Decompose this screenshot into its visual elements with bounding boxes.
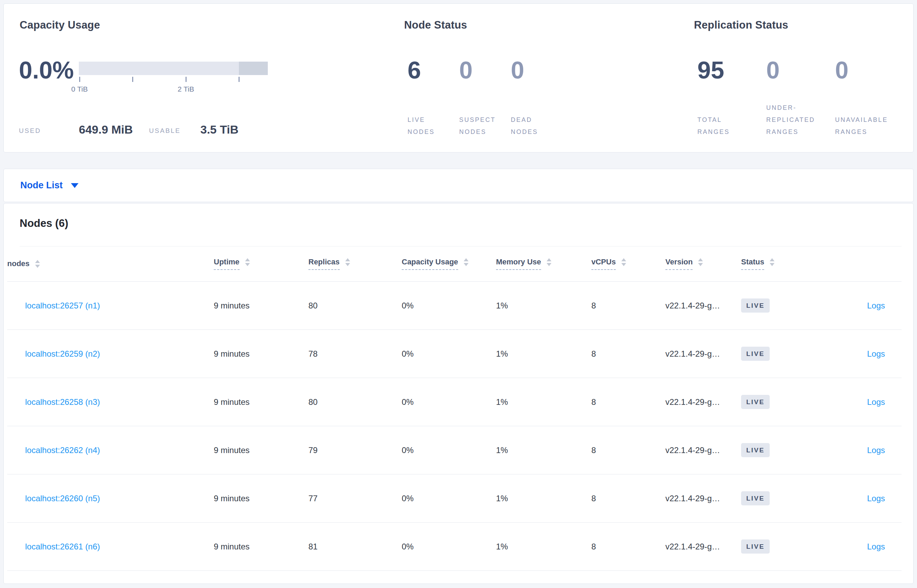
logs-link[interactable]: Logs <box>867 349 885 359</box>
stat-label: UNAVAILABLE RANGES <box>835 114 893 138</box>
column-header-label: Capacity Usage <box>402 257 458 270</box>
node-link[interactable]: localhost:26261 (n6) <box>25 542 100 551</box>
table-body: localhost:26257 (n1) 9 minutes 80 0% 1% … <box>7 282 901 571</box>
table-row: localhost:26257 (n1) 9 minutes 80 0% 1% … <box>7 282 901 330</box>
column-header-label: Replicas <box>308 257 340 270</box>
sort-up-icon <box>35 260 40 263</box>
logs-link[interactable]: Logs <box>867 446 885 455</box>
uptime-cell: 9 minutes <box>214 301 308 310</box>
logs-link[interactable]: Logs <box>867 397 885 407</box>
stat-label: DEAD NODES <box>511 114 553 138</box>
version-cell: v22.1.4-29-g… <box>665 397 741 407</box>
status-badge: LIVE <box>741 491 770 506</box>
column-header[interactable]: Version <box>665 257 741 270</box>
memory-use-cell: 1% <box>496 446 591 455</box>
logs-link[interactable]: Logs <box>867 494 885 503</box>
capacity-usage-cell: 0% <box>402 301 496 310</box>
replicas-cell: 81 <box>308 542 402 551</box>
view-selector-bar: Node List <box>3 169 914 202</box>
capacity-bar-end-segment <box>239 61 268 75</box>
node-list-dropdown[interactable]: Node List <box>20 169 79 202</box>
memory-use-cell: 1% <box>496 542 591 551</box>
usable-label: USABLE <box>149 127 181 135</box>
cluster-summary-panel: Capacity Usage 0.0% 0 TiB 2 TiB <box>3 3 914 152</box>
sort-down-icon <box>770 263 775 266</box>
vcpus-cell: 8 <box>591 349 665 359</box>
column-header[interactable]: Uptime <box>214 257 308 270</box>
column-header-label: Memory Use <box>496 257 541 270</box>
vcpus-cell: 8 <box>591 494 665 503</box>
tick-mark-icon <box>79 77 80 82</box>
usable-value: 3.5 TiB <box>200 123 239 136</box>
node-link[interactable]: localhost:26259 (n2) <box>25 349 100 359</box>
status-badge: LIVE <box>741 395 770 409</box>
table-row: localhost:26259 (n2) 9 minutes 78 0% 1% … <box>7 330 901 378</box>
table-header-row: nodes Uptime <box>7 246 901 282</box>
capacity-usage-title: Capacity Usage <box>19 19 100 31</box>
sort-up-icon <box>245 258 250 261</box>
column-header-label: Version <box>665 257 693 270</box>
sort-up-icon <box>698 258 703 261</box>
sort-down-icon <box>35 265 40 268</box>
sort-icon <box>35 260 40 268</box>
memory-use-cell: 1% <box>496 301 591 310</box>
capacity-used-percent: 0.0% <box>19 58 74 82</box>
node-link[interactable]: localhost:26258 (n3) <box>25 397 100 407</box>
logs-link[interactable]: Logs <box>867 301 885 310</box>
uptime-cell: 9 minutes <box>214 397 308 407</box>
vcpus-cell: 8 <box>591 542 665 551</box>
sort-down-icon <box>464 263 468 266</box>
tick-mark-icon <box>186 77 187 82</box>
sort-down-icon <box>345 263 350 266</box>
memory-use-cell: 1% <box>496 349 591 359</box>
sort-down-icon <box>547 263 551 266</box>
column-header[interactable]: Memory Use <box>496 257 591 270</box>
sort-down-icon <box>698 263 703 266</box>
vcpus-cell: 8 <box>591 301 665 310</box>
capacity-axis: 0 TiB 2 TiB <box>79 77 268 97</box>
logs-link[interactable]: Logs <box>867 542 885 551</box>
table-row: localhost:26260 (n5) 9 minutes 77 0% 1% … <box>7 474 901 523</box>
stat-value: 95 <box>697 58 724 82</box>
stat-value: 0 <box>766 58 780 82</box>
stat-value: 0 <box>835 58 849 82</box>
uptime-cell: 9 minutes <box>214 446 308 455</box>
node-status-stats: 6 LIVE NODES 0 SUSPECT NODES 0 DEAD NODE… <box>404 4 559 152</box>
sort-up-icon <box>621 258 626 261</box>
stat-column: 0 UNAVAILABLE RANGES <box>831 4 901 152</box>
uptime-cell: 9 minutes <box>214 349 308 359</box>
uptime-cell: 9 minutes <box>214 542 308 551</box>
column-header-label: nodes <box>7 259 30 268</box>
stat-column: 0 SUSPECT NODES <box>456 4 507 152</box>
node-link[interactable]: localhost:26262 (n4) <box>25 446 100 455</box>
replicas-cell: 80 <box>308 301 402 310</box>
replicas-cell: 79 <box>308 446 402 455</box>
stat-label: TOTAL RANGES <box>697 114 755 138</box>
node-list-dropdown-label: Node List <box>20 180 63 191</box>
sort-icon <box>621 258 626 266</box>
column-header[interactable]: nodes <box>7 259 214 268</box>
stat-column: 0 DEAD NODES <box>507 4 559 152</box>
column-header[interactable]: Replicas <box>308 257 402 270</box>
column-header-label: Status <box>741 257 764 270</box>
sort-down-icon <box>245 263 250 266</box>
version-cell: v22.1.4-29-g… <box>665 446 741 455</box>
version-cell: v22.1.4-29-g… <box>665 301 741 310</box>
column-header[interactable]: Status <box>741 257 827 270</box>
column-header[interactable]: vCPUs <box>591 257 665 270</box>
node-link[interactable]: localhost:26260 (n5) <box>25 494 100 503</box>
vcpus-cell: 8 <box>591 446 665 455</box>
used-value: 649.9 MiB <box>79 123 133 136</box>
tick-label: 0 TiB <box>59 85 100 93</box>
sort-up-icon <box>345 258 350 261</box>
table-row: localhost:26261 (n6) 9 minutes 81 0% 1% … <box>7 523 901 571</box>
node-link[interactable]: localhost:26257 (n1) <box>25 301 100 310</box>
stat-column: 0 UNDER-REPLICATED RANGES <box>763 4 831 152</box>
memory-use-cell: 1% <box>496 494 591 503</box>
stat-label: UNDER-REPLICATED RANGES <box>766 102 824 138</box>
used-label: USED <box>19 127 41 135</box>
status-badge: LIVE <box>741 540 770 554</box>
sort-icon <box>464 258 468 266</box>
column-header[interactable]: Capacity Usage <box>402 257 496 270</box>
stat-label: SUSPECT NODES <box>459 114 501 138</box>
